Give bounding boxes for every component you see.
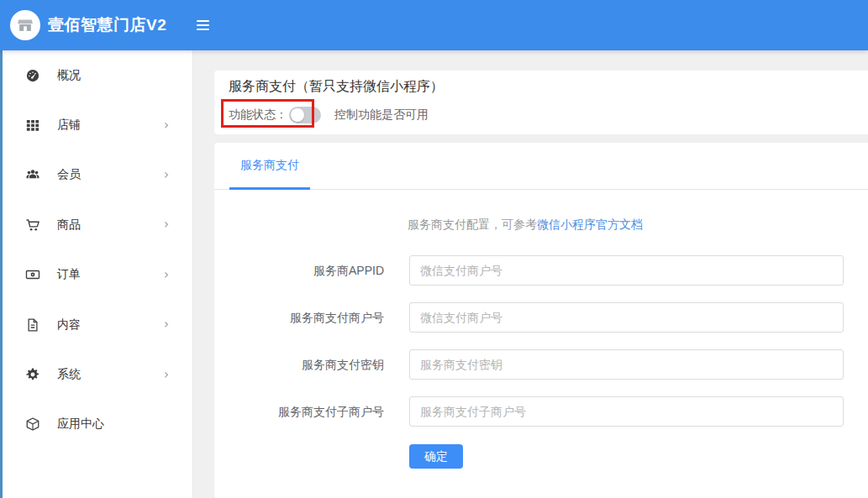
toggle-knob: [291, 108, 304, 122]
sidebar-item-store[interactable]: 店铺 ›: [3, 100, 192, 149]
sidebar-item-members[interactable]: 会员 ›: [3, 150, 192, 200]
money-bill-icon: [25, 267, 40, 282]
sidebar-item-label: 会员: [57, 167, 81, 182]
window-left-edge: [0, 50, 3, 498]
sidebar-item-overview[interactable]: 概况: [3, 50, 192, 100]
chevron-right-icon: ›: [164, 119, 169, 132]
chevron-right-icon: ›: [164, 269, 169, 281]
feature-status-row: 功能状态： 控制功能是否可用: [229, 106, 429, 124]
menu-toggle-icon[interactable]: [197, 18, 209, 33]
sidebar-item-label: 店铺: [57, 118, 81, 133]
document-icon: [25, 317, 40, 333]
field-label-merchant-id: 服务商支付商户号: [214, 302, 384, 333]
merchant-id-input[interactable]: [409, 302, 844, 333]
helper-text-plain: 服务商支付配置，可参考: [408, 218, 537, 231]
users-icon: [25, 167, 40, 182]
sidebar-item-content[interactable]: 内容 ›: [3, 300, 192, 349]
chevron-right-icon: ›: [164, 318, 169, 331]
tab-service-provider-pay[interactable]: 服务商支付: [229, 143, 310, 190]
gear-icon: [25, 367, 40, 382]
sidebar-item-label: 系统: [57, 367, 81, 382]
sidebar-item-orders[interactable]: 订单 ›: [3, 250, 192, 300]
appid-input[interactable]: [409, 255, 844, 286]
confirm-button[interactable]: 确定: [409, 444, 463, 469]
chevron-right-icon: ›: [164, 169, 169, 181]
sidebar-item-label: 商品: [57, 218, 81, 233]
sidebar-item-label: 订单: [57, 267, 81, 282]
feature-status-hint: 控制功能是否可用: [334, 107, 429, 123]
sub-merchant-id-input[interactable]: [409, 396, 844, 427]
sidebar-item-products[interactable]: 商品 ›: [3, 200, 192, 249]
sidebar-nav: 概况 店铺 › 会员 › 商品 › 订单: [0, 50, 193, 498]
grid-icon: [25, 118, 40, 133]
helper-doc-link[interactable]: 微信小程序官方文档: [537, 218, 643, 231]
sidebar-item-label: 概况: [57, 68, 81, 83]
feature-status-toggle[interactable]: [289, 107, 321, 123]
sidebar-item-label: 内容: [57, 317, 81, 333]
page-header-panel: 服务商支付（暂只支持微信小程序） 功能状态： 控制功能是否可用: [214, 71, 868, 134]
cube-icon: [25, 417, 40, 432]
app-title: 壹佰智慧门店V2: [48, 14, 166, 36]
dashboard-icon: [25, 68, 40, 83]
cart-icon: [25, 218, 40, 233]
helper-text: 服务商支付配置，可参考微信小程序官方文档: [408, 218, 643, 233]
chevron-right-icon: ›: [164, 369, 169, 381]
sidebar-item-label: 应用中心: [57, 417, 104, 432]
field-label-pay-secret: 服务商支付密钥: [214, 349, 384, 380]
app-logo: [10, 10, 40, 40]
tab-bar: 服务商支付: [214, 143, 868, 190]
storefront-icon: [16, 16, 34, 34]
chevron-right-icon: ›: [164, 218, 169, 231]
field-label-sub-merchant-id: 服务商支付子商户号: [214, 396, 384, 427]
top-header: 壹佰智慧门店V2: [0, 0, 868, 50]
field-label-appid: 服务商APPID: [214, 255, 384, 286]
feature-status-label: 功能状态：: [229, 107, 287, 123]
sidebar-item-system[interactable]: 系统 ›: [3, 349, 192, 399]
sidebar-item-app-center[interactable]: 应用中心: [3, 400, 192, 449]
pay-secret-input[interactable]: [409, 349, 844, 380]
settings-panel: 服务商支付 服务商支付配置，可参考微信小程序官方文档 服务商APPID 服务商支…: [214, 143, 868, 498]
page-title: 服务商支付（暂只支持微信小程序）: [229, 78, 444, 96]
